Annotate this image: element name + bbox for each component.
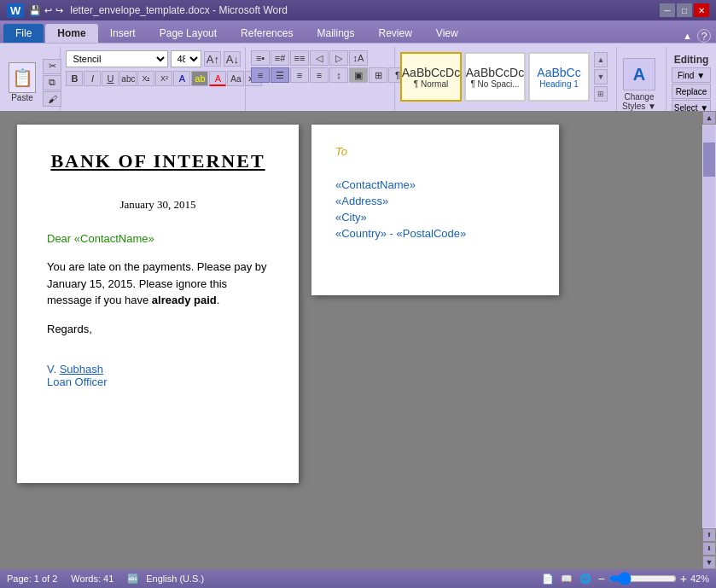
ribbon-collapse-btn[interactable]: ▲ (683, 31, 692, 41)
style-nospace-preview: AaBbCcDc (466, 66, 524, 79)
decrease-font-btn[interactable]: A↓ (224, 51, 241, 67)
word-icon: W (7, 3, 24, 18)
tab-insert[interactable]: Insert (98, 24, 148, 43)
view-reading-btn[interactable]: 📖 (561, 573, 573, 585)
document-area: Bank of Internet January 30, 2015 Dear «… (0, 111, 702, 569)
vertical-scrollbar: ▲ ⬆ ⬇ ▼ (702, 111, 716, 569)
envelope-page: To «ContactName» «Address» «City» «Count… (311, 125, 559, 295)
letter-jobtitle: Loan Officer (47, 376, 269, 388)
signature-name: Subhash (60, 363, 103, 376)
styles-down-btn[interactable]: ▼ (594, 69, 608, 84)
justify-btn[interactable]: ≡ (310, 67, 329, 83)
maximize-button[interactable]: □ (677, 3, 692, 17)
scroll-up-btn[interactable]: ▲ (702, 111, 716, 125)
letter-page: Bank of Internet January 30, 2015 Dear «… (17, 125, 299, 483)
editing-label: Editing (674, 54, 709, 66)
title-bar: W 💾 ↩ ↪ letter_envelope_template.docx - … (0, 0, 716, 20)
subscript-btn[interactable]: X₂ (137, 71, 154, 86)
zoom-slider[interactable] (608, 572, 677, 585)
quick-redo[interactable]: ↪ (55, 5, 63, 16)
style-normal[interactable]: AaBbCcDc ¶ Normal (400, 52, 462, 102)
align-right-btn[interactable]: ≡ (290, 67, 309, 83)
scroll-page-up-btn[interactable]: ⬆ (702, 528, 716, 542)
shading-btn[interactable]: ▣ (349, 67, 368, 83)
strikethrough-btn[interactable]: abc (119, 71, 137, 86)
tab-view[interactable]: View (424, 24, 470, 43)
find-btn[interactable]: Find ▼ (672, 67, 711, 83)
tab-review[interactable]: Review (366, 24, 423, 43)
font-color-btn[interactable]: A (209, 71, 226, 86)
scroll-track[interactable] (703, 125, 715, 527)
italic-button[interactable]: I (84, 71, 101, 86)
zoom-level: 42% (690, 573, 709, 584)
tab-home[interactable]: Home (45, 24, 97, 43)
paste-label: Paste (11, 93, 33, 102)
align-left-btn[interactable]: ≡ (251, 67, 270, 83)
zoom-out-btn[interactable]: − (598, 572, 605, 585)
style-heading1-preview: AaBbCc (537, 66, 580, 79)
style-normal-preview: AaBbCcDc (402, 66, 460, 79)
tab-file[interactable]: File (3, 24, 44, 43)
line-spacing-btn[interactable]: ↕ (329, 67, 348, 83)
envelope-country-postal: «Country» - «PostalCode» (335, 227, 535, 240)
change-case-btn[interactable]: Aa (227, 71, 244, 86)
multilevel-btn[interactable]: ≡≡ (290, 50, 309, 66)
borders-btn[interactable]: ⊞ (369, 67, 387, 83)
letter-salutation: Dear «ContactName» (47, 232, 269, 245)
highlight-btn[interactable]: ab (191, 71, 208, 86)
decrease-indent-btn[interactable]: ◁ (310, 50, 329, 66)
help-btn[interactable]: ? (697, 29, 711, 43)
language: English (U.S.) (146, 573, 204, 584)
letter-body: You are late on the payments. Please pay… (47, 259, 269, 309)
increase-font-btn[interactable]: A↑ (204, 51, 221, 67)
spell-check-icon[interactable]: 🔤 (127, 573, 139, 585)
increase-indent-btn[interactable]: ▷ (329, 50, 348, 66)
letter-company: Bank of Internet (47, 150, 269, 172)
quick-save[interactable]: 💾 (29, 5, 41, 16)
tab-references[interactable]: References (229, 24, 305, 43)
envelope-address: «Address» (335, 195, 535, 207)
scroll-down-btn[interactable]: ▼ (702, 556, 716, 569)
style-nospace-label: ¶ No Spaci... (470, 79, 519, 89)
close-button[interactable]: ✕ (694, 3, 709, 17)
bold-button[interactable]: B (66, 71, 83, 86)
copy-button[interactable]: ⧉ (43, 75, 61, 90)
view-print-btn[interactable]: 📄 (542, 573, 554, 585)
format-painter-button[interactable]: 🖌 (43, 91, 61, 107)
sort-btn[interactable]: ↕A (349, 50, 368, 66)
bullets-btn[interactable]: ≡• (251, 50, 270, 66)
superscript-btn[interactable]: X² (155, 71, 172, 86)
letter-regards: Regards, (47, 323, 269, 335)
paste-button[interactable]: 📋 Paste (5, 61, 39, 104)
letter-date: January 30, 2015 (47, 198, 269, 212)
zoom-control: − + 42% (598, 572, 709, 585)
quick-undo[interactable]: ↩ (44, 5, 52, 16)
style-heading1[interactable]: AaBbCc Heading 1 (528, 52, 590, 102)
tab-mailings[interactable]: Mailings (305, 24, 366, 43)
minimize-button[interactable]: ─ (660, 3, 675, 17)
style-no-spacing[interactable]: AaBbCcDc ¶ No Spaci... (464, 52, 526, 102)
view-web-btn[interactable]: 🌐 (579, 573, 591, 585)
numbering-btn[interactable]: ≡# (271, 50, 289, 66)
text-effects-btn[interactable]: A (173, 71, 190, 86)
title-text: letter_envelope_template.docx - Microsof… (70, 4, 288, 16)
ribbon-tab-bar: File Home Insert Page Layout References … (0, 20, 716, 43)
change-styles-label[interactable]: ChangeStyles ▼ (622, 92, 656, 111)
replace-btn[interactable]: Replace (672, 84, 711, 99)
style-normal-label: ¶ Normal (414, 79, 448, 89)
font-family-select[interactable]: Stencil (66, 50, 168, 67)
scroll-page-down-btn[interactable]: ⬇ (702, 542, 716, 556)
cut-button[interactable]: ✂ (43, 59, 61, 74)
tab-page-layout[interactable]: Page Layout (148, 24, 229, 43)
font-size-select[interactable]: 48 (171, 50, 201, 67)
contact-merge-field: «ContactName» (74, 232, 154, 245)
change-styles-icon[interactable]: A (623, 58, 655, 90)
align-center-btn[interactable]: ☰ (271, 67, 289, 83)
styles-more-btn[interactable]: ⊞ (594, 86, 608, 102)
scroll-thumb[interactable] (703, 143, 715, 177)
envelope-to-label: To (335, 145, 535, 158)
styles-up-btn[interactable]: ▲ (594, 52, 608, 67)
page-count: Page: 1 of 2 (7, 573, 57, 584)
zoom-in-btn[interactable]: + (680, 572, 687, 585)
underline-button[interactable]: U (102, 71, 119, 86)
